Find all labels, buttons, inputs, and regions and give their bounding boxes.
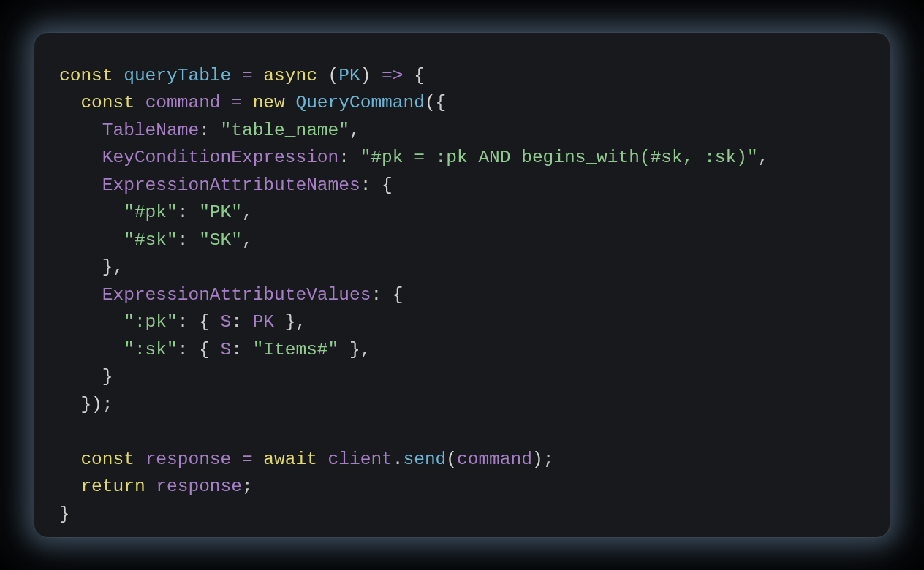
brace-close: } [102,367,113,387]
colon: : [178,340,189,360]
string-colonsk-key: ":sk" [124,340,178,360]
string-pk: "PK" [199,202,242,222]
arg-command: command [457,449,532,469]
keyword-const: const [80,93,135,113]
prop-tablename: TableName [102,121,199,140]
brace-close: } [80,395,91,414]
comma: , [242,202,253,222]
method-send: send [404,449,447,469]
operator-eq: = [242,449,253,469]
keyword-await: await [263,449,317,469]
comma: , [295,312,306,332]
colon: : [178,312,189,332]
string-tablename: "table_name" [221,121,349,140]
colon: : [360,175,371,195]
paren-close: ) [360,66,371,86]
comma: , [242,230,253,250]
brace-open: { [436,93,447,113]
operator-eq: = [242,66,253,86]
prop-exprattrnames: ExpressionAttributeNames [102,175,360,195]
string-colonpk-key: ":pk" [124,312,178,332]
param-pk: PK [338,66,360,86]
colon: : [231,312,242,332]
comma: , [758,148,769,167]
operator-eq: = [231,93,242,113]
comma: , [360,340,371,360]
paren-open: ( [446,449,457,469]
arrow-op: => [382,66,403,86]
paren-close: ) [91,395,102,414]
brace-close: } [102,257,113,277]
semicolon: ; [102,395,113,414]
semicolon: ; [242,476,253,496]
keyword-const: const [80,449,135,469]
prop-keycondition: KeyConditionExpression [102,148,338,167]
type-querycommand: QueryCommand [295,93,424,113]
colon: : [338,148,349,167]
brace-close: } [59,504,70,524]
brace-close: } [349,340,360,360]
comma: , [349,121,360,140]
string-hashsk-key: "#sk" [124,230,178,250]
function-name: queryTable [124,66,231,86]
colon: : [178,230,189,250]
ident-client: client [328,449,393,469]
keyword-return: return [80,476,145,496]
colon: : [231,340,242,360]
string-sk: "SK" [199,230,242,250]
colon: : [178,202,189,222]
code-panel: const queryTable = async (PK) => { const… [34,33,890,537]
brace-open: { [393,285,404,305]
ident-pk: PK [253,312,274,332]
code-block: const queryTable = async (PK) => { const… [59,62,865,528]
keyword-new: new [253,93,285,113]
paren-open: ( [425,93,436,113]
var-command: command [145,93,221,113]
prop-s: S [221,312,232,332]
brace-close: } [285,312,296,332]
string-keycondition: "#pk = :pk AND begins_with(#sk, :sk)" [360,148,758,167]
prop-exprattrvalues: ExpressionAttributeValues [102,285,371,305]
colon: : [199,121,210,140]
paren-close: ) [532,449,543,469]
string-hashpk-key: "#pk" [124,202,178,222]
keyword-const: const [59,66,113,86]
ident-response: response [156,476,242,496]
semicolon: ; [543,449,554,469]
paren-open: ( [328,66,339,86]
brace-open: { [382,175,393,195]
brace-open: { [414,66,425,86]
brace-open: { [199,340,210,360]
dot: . [393,449,404,469]
keyword-async: async [263,66,317,86]
comma: , [113,257,124,277]
string-items: "Items#" [253,340,339,360]
colon: : [371,285,382,305]
brace-open: { [199,312,210,332]
var-response: response [145,449,232,469]
prop-s: S [221,340,232,360]
